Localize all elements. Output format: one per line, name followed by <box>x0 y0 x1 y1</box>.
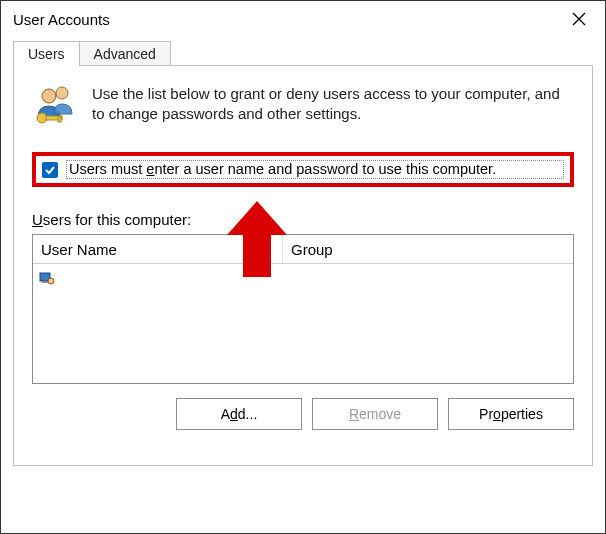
column-group[interactable]: Group <box>283 235 573 263</box>
window-title: User Accounts <box>13 11 557 28</box>
svg-point-1 <box>56 87 68 99</box>
titlebar: User Accounts <box>1 1 605 37</box>
users-for-computer-label: Users for this computer: <box>32 211 574 228</box>
buttons-row: Add... Remove Properties <box>32 398 574 430</box>
remove-button: Remove <box>312 398 438 430</box>
add-button[interactable]: Add... <box>176 398 302 430</box>
svg-rect-4 <box>58 116 61 122</box>
highlight-annotation: Users must enter a user name and passwor… <box>32 152 574 187</box>
intro-row: Use the list below to grant or deny user… <box>32 84 574 130</box>
svg-point-7 <box>48 278 54 284</box>
svg-rect-6 <box>42 281 48 283</box>
tab-users[interactable]: Users <box>13 41 80 66</box>
require-login-label: Users must enter a user name and passwor… <box>66 160 564 179</box>
listview-header: User Name Group <box>33 235 573 264</box>
checkmark-icon <box>44 164 56 176</box>
intro-text: Use the list below to grant or deny user… <box>92 84 574 125</box>
user-entry-icon <box>39 270 55 286</box>
listview-body <box>33 264 573 292</box>
svg-point-0 <box>42 89 56 103</box>
column-username[interactable]: User Name <box>33 235 283 263</box>
list-item[interactable] <box>39 268 567 288</box>
tab-underline <box>13 65 593 66</box>
users-keys-icon <box>32 84 78 130</box>
tab-page-users: Use the list below to grant or deny user… <box>13 66 593 466</box>
close-icon <box>572 12 586 26</box>
users-listview[interactable]: User Name Group <box>32 234 574 384</box>
properties-button[interactable]: Properties <box>448 398 574 430</box>
require-login-checkbox[interactable] <box>42 162 58 178</box>
tab-strip: Users Advanced <box>1 41 605 66</box>
close-button[interactable] <box>557 4 601 34</box>
tab-advanced[interactable]: Advanced <box>80 41 171 66</box>
user-accounts-dialog: User Accounts Users Advanced <box>0 0 606 534</box>
